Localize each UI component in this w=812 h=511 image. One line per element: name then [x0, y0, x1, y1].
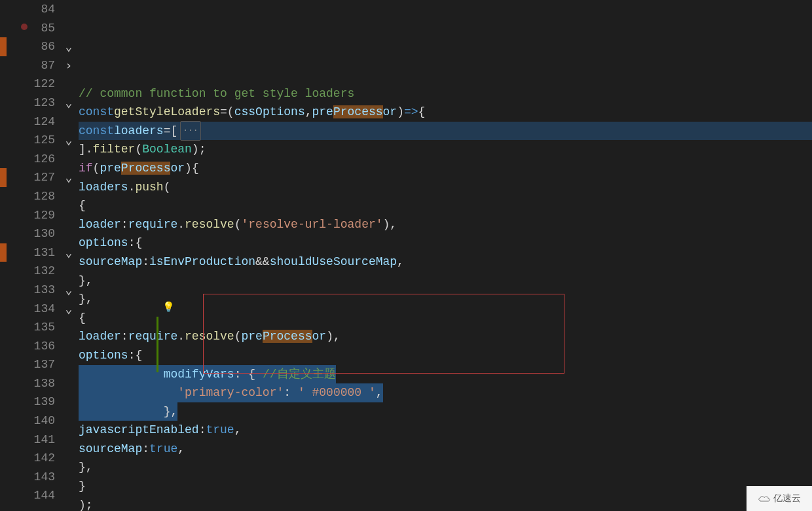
- minimap-tick: [0, 243, 7, 262]
- fold-spacer: [59, 150, 79, 169]
- line-number: 129: [7, 206, 55, 225]
- minimap-tick: [0, 468, 7, 487]
- line-number: 86: [7, 37, 55, 56]
- code-line[interactable]: sourceMap: true,: [79, 440, 812, 459]
- folding-gutter: ⌄›⌄⌄⌄⌄⌄⌄: [59, 0, 79, 511]
- code-line[interactable]: javascriptEnabled: true,: [79, 421, 812, 440]
- line-number: 85: [7, 19, 55, 38]
- code-line[interactable]: const loaders = [···: [79, 122, 812, 141]
- code-line[interactable]: {: [79, 196, 812, 215]
- line-number: 125: [7, 131, 55, 150]
- code-line[interactable]: },: [79, 402, 812, 421]
- code-line[interactable]: if (preProcessor) {: [79, 159, 812, 178]
- line-number: 142: [7, 449, 55, 468]
- fold-spacer: [59, 337, 79, 356]
- code-line[interactable]: [79, 65, 812, 84]
- line-number: 126: [7, 150, 55, 169]
- minimap-tick: [0, 187, 7, 206]
- chevron-down-icon[interactable]: ⌄: [59, 131, 79, 150]
- minimap-tick: [0, 150, 7, 169]
- line-number: 140: [7, 412, 55, 431]
- chevron-down-icon[interactable]: ⌄: [59, 94, 79, 113]
- minimap-tick: [0, 113, 7, 132]
- chevron-down-icon[interactable]: ⌄: [59, 300, 79, 319]
- line-number: 136: [7, 337, 55, 356]
- code-line[interactable]: options: {: [79, 346, 812, 365]
- code-line[interactable]: },: [79, 272, 812, 291]
- minimap-tick: [0, 224, 7, 243]
- code-line[interactable]: modifyVars: { //自定义主题: [79, 365, 812, 384]
- line-number: 123: [7, 94, 55, 113]
- line-number: 134: [7, 300, 55, 319]
- fold-spacer: [59, 113, 79, 132]
- code-line[interactable]: }: [79, 477, 812, 496]
- code-line[interactable]: },: [79, 458, 812, 477]
- line-number-gutter: 8485868712212312412512612712812913013113…: [7, 0, 59, 511]
- minimap-tick: [0, 281, 7, 300]
- minimap-tick: [0, 94, 7, 113]
- minimap-tick: [0, 431, 7, 449]
- minimap-tick: [0, 449, 7, 468]
- fold-spacer: [59, 374, 79, 393]
- fold-spacer: [59, 318, 79, 337]
- minimap-tick: [0, 168, 7, 187]
- code-line[interactable]: const getStyleLoaders = (cssOptions, pre…: [79, 103, 812, 122]
- fold-spacer: [59, 206, 79, 225]
- line-number: 130: [7, 224, 55, 243]
- fold-spacer: [59, 187, 79, 206]
- minimap-tick: [0, 75, 7, 94]
- code-line[interactable]: );: [79, 496, 812, 511]
- code-line[interactable]: // common function to get style loaders: [79, 84, 812, 103]
- line-number: 124: [7, 113, 55, 132]
- fold-spacer: [59, 262, 79, 281]
- line-number: 138: [7, 374, 55, 393]
- code-line[interactable]: 'primary-color': ' #000000 ',: [79, 383, 812, 402]
- minimap-tick: [0, 37, 7, 56]
- chevron-down-icon[interactable]: ⌄: [59, 243, 79, 262]
- code-line[interactable]: sourceMap: isEnvProduction && shouldUseS…: [79, 253, 812, 272]
- lightbulb-icon[interactable]: 💡: [162, 301, 175, 313]
- fold-spacer: [59, 431, 79, 449]
- chevron-down-icon[interactable]: ⌄: [59, 281, 79, 300]
- chevron-down-icon[interactable]: ⌄: [59, 168, 79, 187]
- minimap-tick: [0, 300, 7, 319]
- fold-spacer: [59, 449, 79, 468]
- code-line[interactable]: ].filter(Boolean);: [79, 140, 812, 159]
- code-line[interactable]: {: [79, 309, 812, 328]
- minimap-tick: [0, 374, 7, 393]
- code-line[interactable]: },: [79, 290, 812, 309]
- change-bar: [157, 317, 158, 373]
- fold-spacer: [59, 412, 79, 431]
- line-number: 132: [7, 262, 55, 281]
- minimap-tick: [0, 355, 7, 374]
- minimap-tick: [0, 19, 7, 38]
- code-line[interactable]: loader: require.resolve('resolve-url-loa…: [79, 215, 812, 234]
- line-number: 144: [7, 486, 55, 505]
- minimap-tick: [0, 131, 7, 150]
- line-number: 137: [7, 355, 55, 374]
- minimap-tick: [0, 318, 7, 337]
- chevron-right-icon[interactable]: ›: [59, 56, 79, 75]
- line-number: 127: [7, 168, 55, 187]
- line-number: 87: [7, 56, 55, 75]
- fold-spacer: [59, 224, 79, 243]
- code-line[interactable]: loader: require.resolve(preProcessor),: [79, 327, 812, 346]
- code-line[interactable]: options: {: [79, 234, 812, 253]
- activity-bar: [0, 0, 7, 511]
- line-number: 84: [7, 0, 55, 19]
- minimap-tick: [0, 412, 7, 431]
- line-number: 143: [7, 468, 55, 487]
- line-number: 141: [7, 431, 55, 449]
- minimap-tick: [0, 206, 7, 225]
- code-area[interactable]: 💡 // common function to get style loader…: [79, 0, 812, 511]
- watermark-logo: 亿速云: [747, 486, 812, 511]
- line-number: 133: [7, 281, 55, 300]
- line-number: 128: [7, 187, 55, 206]
- line-number: 122: [7, 75, 55, 94]
- code-line[interactable]: loaders.push(: [79, 178, 812, 197]
- minimap-tick: [0, 337, 7, 356]
- fold-spacer: [59, 0, 79, 19]
- chevron-down-icon[interactable]: ⌄: [59, 37, 79, 56]
- breakpoint-icon[interactable]: [21, 24, 28, 30]
- fold-spacer: [59, 75, 79, 94]
